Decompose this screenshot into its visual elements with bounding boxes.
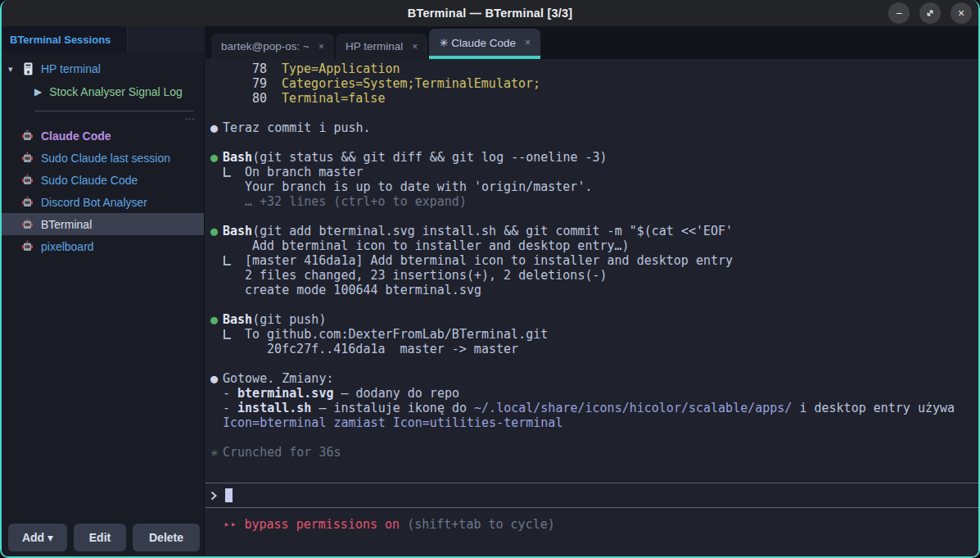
add-session-button[interactable]: Add ▾ xyxy=(8,524,67,551)
summary-item-continued: Icon=bterminal zamiast Icon=utilities-te… xyxy=(208,415,978,430)
tree-item-label: HP terminal xyxy=(41,62,101,75)
session-label: Sudo Claude Code xyxy=(41,174,138,187)
text-cursor xyxy=(225,488,233,502)
session-label: Sudo Claude last session xyxy=(41,152,170,165)
prompt-chevron-icon xyxy=(210,490,218,501)
delete-session-button[interactable]: Delete xyxy=(133,524,200,551)
session-item-pixelboard[interactable]: pixelboard xyxy=(2,235,204,257)
bash-output: On branch master xyxy=(208,165,978,179)
tab-label: HP terminal xyxy=(345,40,403,52)
session-label: BTerminal xyxy=(41,218,92,231)
status-highlight: bypass permissions on xyxy=(244,517,400,532)
status-hint: (shift+tab to cycle) xyxy=(400,517,555,532)
session-item-discord-bot-analyser[interactable]: Discord Bot Analyser xyxy=(2,191,204,213)
session-tree: ▾ HP terminal ▶ Stock Analyser Signal Lo… xyxy=(2,52,204,125)
minimize-button[interactable]: − xyxy=(888,2,910,24)
tree-item-stock-analyser-log[interactable]: ▶ Stock Analyser Signal Log xyxy=(2,80,204,103)
bash-command: ●Bash(git add bterminal.svg install.sh &… xyxy=(208,224,978,238)
caret-down-icon[interactable]: ▾ xyxy=(8,64,21,75)
bash-output: To github.com:DexterFromLab/BTerminal.gi… xyxy=(208,327,978,342)
summary-item: - bterminal.svg — dodany do repo xyxy=(208,386,978,401)
output-connector-icon xyxy=(224,167,231,177)
minimize-icon: − xyxy=(896,7,902,20)
terminal-pane: 78Type=Application 79Categories=System;T… xyxy=(205,59,978,556)
bterminal-window: BTerminal — BTerminal [3/3] − × BTermina… xyxy=(0,0,980,558)
bash-output: Your branch is up to date with 'origin/m… xyxy=(208,179,978,194)
window-title: BTerminal — BTerminal [3/3] xyxy=(408,7,572,20)
bash-command: ●Bash(git status && git diff && git log … xyxy=(208,150,978,165)
config-line: 79Categories=System;TerminalEmulator; xyxy=(208,76,978,91)
bash-command-continued: Add bterminal icon to installer and desk… xyxy=(208,238,978,253)
terminal-tab-bar: bartek@pop-os: ~ × HP terminal × ✳ Claud… xyxy=(205,26,978,59)
bash-output: 20fc27f..416da1a master -> master xyxy=(208,342,978,356)
session-label: Discord Bot Analyser xyxy=(41,196,147,209)
computer-icon xyxy=(23,62,34,75)
permissions-status: ‣‣bypass permissions on (shift+tab to cy… xyxy=(205,517,978,532)
tab-bartek-pop-os[interactable]: bartek@pop-os: ~ × xyxy=(211,34,334,59)
message-bullet-icon: ● xyxy=(210,371,218,386)
session-label: Claude Code xyxy=(41,129,111,143)
output-connector-icon xyxy=(224,256,231,265)
sidebar-buttons: Add ▾ Edit Delete xyxy=(8,524,200,551)
success-bullet-icon: ● xyxy=(210,312,218,327)
window-controls: − × xyxy=(888,2,972,24)
tab-label: bartek@pop-os: ~ xyxy=(221,40,309,52)
close-button[interactable]: × xyxy=(951,2,972,24)
sessions-sidebar: BTerminal Sessions ▾ HP terminal ▶ Stock… xyxy=(2,26,205,556)
robot-icon xyxy=(21,196,34,208)
robot-icon xyxy=(21,240,34,252)
double-arrow-icon: ‣‣ xyxy=(224,519,237,531)
sidebar-title: BTerminal Sessions xyxy=(10,34,111,46)
output-connector-icon xyxy=(224,329,231,339)
terminal-output: 78Type=Application 79Categories=System;T… xyxy=(205,59,978,460)
session-item-sudo-claude-last-session[interactable]: Sudo Claude last session xyxy=(2,147,204,169)
bash-output: [master 416da1a] Add bterminal icon to i… xyxy=(208,253,978,268)
tab-claude-code[interactable]: ✳ Claude Code × xyxy=(429,29,540,59)
session-item-sudo-claude-code[interactable]: Sudo Claude Code xyxy=(2,169,204,191)
spinner-asterisk-icon: ✳ xyxy=(210,445,218,460)
assistant-message: ●Gotowe. Zmiany: xyxy=(208,371,978,386)
robot-icon xyxy=(21,174,34,186)
prompt-input[interactable] xyxy=(205,483,978,508)
success-bullet-icon: ● xyxy=(210,224,218,238)
session-item-bterminal[interactable]: BTerminal xyxy=(2,213,204,235)
robot-icon xyxy=(21,129,34,142)
tab-close-icon[interactable]: × xyxy=(525,37,531,48)
success-bullet-icon: ● xyxy=(210,150,218,165)
robot-icon xyxy=(21,218,34,230)
tree-divider: … xyxy=(2,103,204,125)
bash-command: ●Bash(git push) xyxy=(208,312,978,327)
close-icon: × xyxy=(958,7,964,20)
config-line: 78Type=Application xyxy=(208,61,978,76)
session-item-claude-code[interactable]: Claude Code xyxy=(2,125,204,147)
play-triangle-icon: ▶ xyxy=(34,86,42,98)
crunched-status: ✳Crunched for 36s xyxy=(208,445,978,460)
sidebar-header-tab: BTerminal Sessions xyxy=(2,26,128,52)
session-list: Claude Code Sudo Claude last session Sud… xyxy=(2,125,204,257)
summary-item: - install.sh — instaluje ikonę do ~/.loc… xyxy=(208,401,978,415)
tab-hp-terminal[interactable]: HP terminal × xyxy=(336,34,427,59)
tree-item-hp-terminal[interactable]: ▾ HP terminal xyxy=(2,57,204,80)
edit-session-button[interactable]: Edit xyxy=(74,524,126,551)
tree-child-label: Stock Analyser Signal Log xyxy=(49,85,183,98)
tab-label: ✳ Claude Code xyxy=(439,36,516,49)
sidebar-header: BTerminal Sessions xyxy=(2,26,204,52)
session-label: pixelboard xyxy=(41,240,94,253)
config-line: 80Terminal=false xyxy=(208,91,978,106)
expand-hint: … +32 lines (ctrl+o to expand) xyxy=(208,194,978,209)
message-bullet-icon: ● xyxy=(210,120,218,135)
divider-line xyxy=(34,111,193,111)
title-bar[interactable]: BTerminal — BTerminal [3/3] − × xyxy=(2,0,978,26)
tab-close-icon[interactable]: × xyxy=(412,41,418,52)
robot-icon xyxy=(21,152,34,164)
assistant-message: ●Teraz commit i push. xyxy=(208,120,978,135)
bash-output: create mode 100644 bterminal.svg xyxy=(208,283,978,297)
divider-ellipsis: … xyxy=(185,111,196,122)
maximize-icon xyxy=(925,8,935,18)
maximize-button[interactable] xyxy=(919,2,941,24)
bash-output: 2 files changed, 23 insertions(+), 2 del… xyxy=(208,268,978,283)
tab-close-icon[interactable]: × xyxy=(318,41,324,52)
